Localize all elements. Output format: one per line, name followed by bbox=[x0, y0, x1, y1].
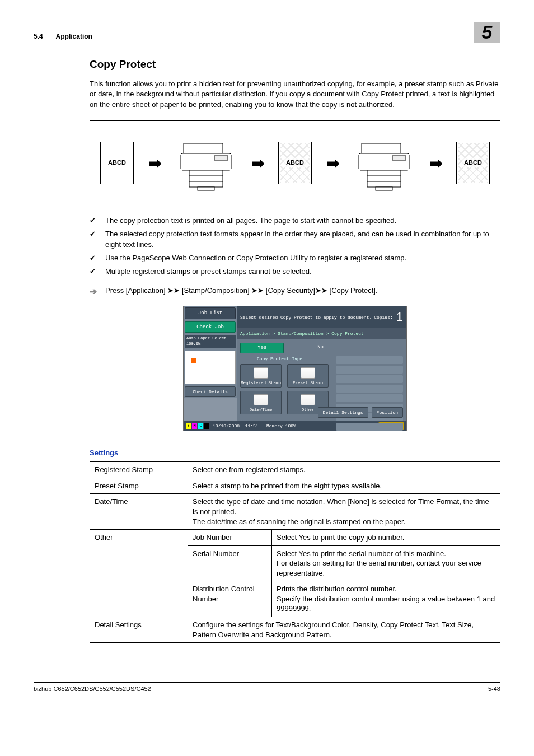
setting-value: Select a stamp to be printed from the ei… bbox=[188, 478, 500, 494]
setting-value: Select Yes to print the serial number of… bbox=[272, 545, 500, 581]
navigation-instruction: ➔ Press [Application] ➤➤ [Stamp/Composit… bbox=[90, 286, 500, 296]
chapter-badge: 5 bbox=[474, 22, 500, 43]
page-header: 5.4 Application 5 bbox=[34, 22, 500, 43]
registered-stamp-button: Registered Stamp bbox=[240, 364, 282, 388]
datetime-button: Date/Time bbox=[240, 391, 282, 414]
setting-subkey: Job Number bbox=[188, 530, 272, 546]
copies-count: 1 bbox=[396, 309, 403, 326]
preset-stamp-button: Preset Stamp bbox=[287, 364, 329, 388]
section-number: 5.4 bbox=[34, 32, 43, 40]
protected-doc-icon: ABCD bbox=[278, 142, 312, 184]
workflow-diagram: ABCD ➡ ➡ ABCD ➡ bbox=[90, 120, 500, 203]
note-item: The selected copy protection text format… bbox=[90, 229, 500, 249]
table-row: Preset Stamp Select a stamp to be printe… bbox=[90, 478, 500, 494]
setting-subkey: Serial Number bbox=[188, 545, 272, 581]
auto-paper-status: Auto Paper Select 100.0% bbox=[185, 335, 236, 348]
yes-button: Yes bbox=[240, 343, 284, 353]
settings-heading: Settings bbox=[90, 448, 500, 458]
arrow-icon: ➡ bbox=[148, 152, 161, 174]
press-text: Press [Application] ➤➤ [Stamp/Compositio… bbox=[105, 286, 378, 295]
arrow-icon: ➡ bbox=[429, 152, 442, 174]
table-row: Date/Time Select the type of date and ti… bbox=[90, 494, 500, 530]
setting-key: Registered Stamp bbox=[90, 462, 188, 478]
setting-value: Select the type of date and time notatio… bbox=[188, 494, 500, 530]
screen-header: Select desired Copy Protect to apply to … bbox=[237, 306, 406, 328]
check-details-button: Check Details bbox=[185, 386, 236, 397]
note-item: Use the PageScope Web Connection or Copy… bbox=[90, 253, 500, 263]
setting-key: Preset Stamp bbox=[90, 478, 188, 494]
section-title: Application bbox=[56, 32, 92, 40]
table-row: Registered Stamp Select one from registe… bbox=[90, 462, 500, 478]
toner-indicator: YMCK bbox=[186, 423, 209, 429]
setting-value: Select Yes to print the copy job number. bbox=[272, 530, 500, 546]
svg-rect-5 bbox=[198, 187, 214, 190]
footer-page-number: 5-48 bbox=[488, 685, 500, 693]
setting-value: Configure the settings for Text/Backgrou… bbox=[188, 617, 500, 642]
copied-doc-icon: ABCD bbox=[456, 142, 490, 184]
setting-value: Select one from registered stamps. bbox=[188, 462, 500, 478]
feature-title: Copy Protect bbox=[90, 57, 500, 72]
notes-list: The copy protection text is printed on a… bbox=[90, 216, 500, 277]
feature-intro: This function allows you to print a hidd… bbox=[90, 79, 500, 111]
svg-rect-6 bbox=[214, 156, 228, 160]
no-button: No bbox=[306, 343, 335, 353]
arrow-icon: ➡ bbox=[251, 152, 264, 174]
original-doc-icon: ABCD bbox=[100, 142, 134, 184]
setting-key: Date/Time bbox=[90, 494, 188, 530]
section-ref: 5.4 Application bbox=[34, 32, 92, 41]
note-item: Multiple registered stamps or preset sta… bbox=[90, 267, 500, 277]
setting-key: Other bbox=[90, 530, 188, 617]
arrow-icon: ➡ bbox=[326, 152, 339, 174]
svg-rect-12 bbox=[376, 187, 392, 190]
panel-screenshot: Job List Check Job Auto Paper Select 100… bbox=[183, 306, 407, 431]
page-footer: bizhub C652/C652DS/C552/C552DS/C452 5-48 bbox=[34, 682, 500, 693]
copier-icon bbox=[175, 132, 237, 194]
svg-rect-2 bbox=[189, 170, 223, 187]
position-button: Position bbox=[372, 407, 403, 418]
preview-thumbnail bbox=[185, 351, 236, 384]
svg-rect-9 bbox=[367, 170, 401, 187]
setting-value: Prints the distribution control number. … bbox=[272, 581, 500, 617]
setting-key: Detail Settings bbox=[90, 617, 188, 642]
svg-rect-13 bbox=[392, 156, 406, 160]
copier-icon bbox=[353, 132, 415, 194]
job-list-tab: Job List bbox=[185, 307, 236, 319]
screen-breadcrumb: Application > Stamp/Composition > Copy P… bbox=[237, 328, 406, 339]
svg-rect-7 bbox=[362, 143, 401, 153]
table-row: Detail Settings Configure the settings f… bbox=[90, 617, 500, 642]
settings-table: Registered Stamp Select one from registe… bbox=[90, 461, 500, 643]
svg-rect-0 bbox=[184, 143, 223, 153]
table-row: Other Job Number Select Yes to print the… bbox=[90, 530, 500, 546]
setting-subkey: Distribution Control Number bbox=[188, 581, 272, 617]
check-job-button: Check Job bbox=[185, 321, 236, 333]
arrow-right-icon: ➔ bbox=[90, 286, 97, 298]
footer-model: bizhub C652/C652DS/C552/C552DS/C452 bbox=[34, 685, 151, 693]
note-item: The copy protection text is printed on a… bbox=[90, 216, 500, 226]
detail-settings-button: Detail Settings bbox=[318, 407, 368, 418]
